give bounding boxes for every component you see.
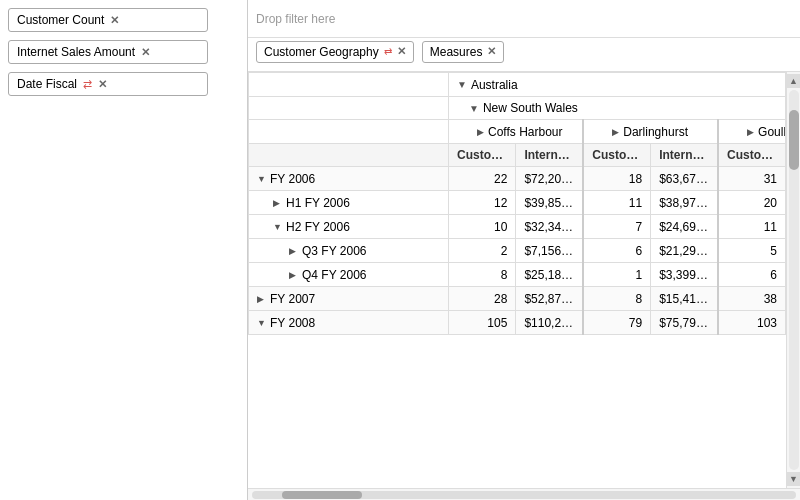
table-row: ▶ FY 2007 28 $52,871.87 8 $15,413.93 38: [249, 287, 786, 311]
scroll-thumb[interactable]: [789, 110, 799, 170]
horizontal-scrollbar[interactable]: [248, 488, 800, 500]
expand-arrow-q3[interactable]: ▶: [289, 246, 299, 256]
h-scroll-track[interactable]: [252, 491, 796, 499]
expand-arrow-fy2006[interactable]: ▼: [257, 174, 267, 184]
row-label-cell[interactable]: ▶ FY 2007: [249, 287, 449, 311]
data-cell: $25,187.15: [516, 263, 583, 287]
table-row: ▼ FY 2006 22 $72,200.48 18 $63,670.74 31: [249, 167, 786, 191]
data-cell: 8: [583, 287, 650, 311]
row-label-text: Q4 FY 2006: [302, 268, 367, 282]
filter-settings-icon[interactable]: ⇄: [83, 78, 92, 91]
sidebar: Customer Count ✕ Internet Sales Amount ✕…: [0, 0, 248, 500]
row-label-spacer: [249, 120, 449, 144]
expand-arrow-australia[interactable]: ▼: [457, 79, 467, 90]
table-row: ▶ H1 FY 2006 12 $39,856.79 11 $38,979.41…: [249, 191, 786, 215]
data-cell: 11: [583, 191, 650, 215]
data-cell: $39,856.79: [516, 191, 583, 215]
remove-filter-icon[interactable]: ✕: [487, 45, 496, 58]
expand-arrow-fy2007[interactable]: ▶: [257, 294, 267, 304]
data-cell: $15,413.93: [651, 287, 718, 311]
australia-header[interactable]: ▼ Australia: [449, 73, 786, 97]
row-label-header: [249, 73, 449, 97]
data-cell: 5: [718, 239, 785, 263]
table-row: ▼ FY 2008 105 $110,228... 79 $75,791.65 …: [249, 311, 786, 335]
filter-label: Internet Sales Amount: [17, 45, 135, 59]
row-label-col-header: [249, 144, 449, 167]
filter-date-fiscal[interactable]: Date Fiscal ⇄ ✕: [8, 72, 208, 96]
data-cell: $72,200.48: [516, 167, 583, 191]
data-cell: $63,670.74: [651, 167, 718, 191]
row-label-text: H2 FY 2006: [286, 220, 350, 234]
customer-geography-filter[interactable]: Customer Geography ⇄ ✕: [256, 41, 414, 63]
data-cell: 79: [583, 311, 650, 335]
row-label-text: H1 FY 2006: [286, 196, 350, 210]
scroll-track[interactable]: [789, 90, 799, 470]
row-label-cell[interactable]: ▼ FY 2006: [249, 167, 449, 191]
coffs-sales-header: Internet Sal...: [516, 144, 583, 167]
data-cell: $32,343.69: [516, 215, 583, 239]
expand-arrow-darlinghurst[interactable]: ▶: [612, 127, 619, 137]
data-cell: 10: [449, 215, 516, 239]
row-label-header-2: [249, 96, 449, 120]
australia-label: Australia: [471, 78, 518, 92]
data-cell: 8: [449, 263, 516, 287]
table-row: ▼ H2 FY 2006 10 $32,343.69 7 $24,691.33 …: [249, 215, 786, 239]
remove-filter-icon[interactable]: ✕: [141, 46, 150, 59]
measures-filter[interactable]: Measures ✕: [422, 41, 505, 63]
data-cell: $110,228...: [516, 311, 583, 335]
goulburn-label: Goulburn: [758, 125, 785, 139]
expand-arrow-h1[interactable]: ▶: [273, 198, 283, 208]
data-cell: $3,399.99: [651, 263, 718, 287]
data-cell: $75,791.65: [651, 311, 718, 335]
scroll-up-button[interactable]: ▲: [787, 74, 801, 88]
expand-arrow-h2[interactable]: ▼: [273, 222, 283, 232]
h-scroll-thumb[interactable]: [282, 491, 362, 499]
row-label-text: FY 2007: [270, 292, 315, 306]
scroll-down-button[interactable]: ▼: [787, 472, 801, 486]
row-label-cell[interactable]: ▶ H1 FY 2006: [249, 191, 449, 215]
coffs-customer-header: Customer C...: [449, 144, 516, 167]
pivot-table-wrapper[interactable]: ▼ Australia ▼ New South Wales: [248, 72, 786, 488]
expand-arrow-q4[interactable]: ▶: [289, 270, 299, 280]
remove-filter-icon[interactable]: ✕: [110, 14, 119, 27]
filter-settings-icon[interactable]: ⇄: [384, 46, 392, 57]
data-cell: 1: [583, 263, 650, 287]
coffs-harbour-label: Coffs Harbour: [488, 125, 562, 139]
data-cell: 6: [718, 263, 785, 287]
coffs-harbour-header[interactable]: ▶ Coffs Harbour: [449, 120, 584, 144]
data-cell: $21,291.34: [651, 239, 718, 263]
drop-filter-hint: Drop filter here: [256, 12, 335, 26]
data-cell: 38: [718, 287, 785, 311]
row-label-text: FY 2006: [270, 172, 315, 186]
expand-arrow-fy2008[interactable]: ▼: [257, 318, 267, 328]
data-cell: $52,871.87: [516, 287, 583, 311]
darlinghurst-label: Darlinghurst: [623, 125, 688, 139]
remove-filter-icon[interactable]: ✕: [98, 78, 107, 91]
data-cell: 28: [449, 287, 516, 311]
filter-bar: Drop filter here: [248, 0, 800, 38]
data-cell: 18: [583, 167, 650, 191]
table-row: ▶ Q4 FY 2006 8 $25,187.15 1 $3,399.99 6: [249, 263, 786, 287]
darlinghurst-header[interactable]: ▶ Darlinghurst: [583, 120, 718, 144]
row-label-cell[interactable]: ▼ FY 2008: [249, 311, 449, 335]
filter-internet-sales[interactable]: Internet Sales Amount ✕: [8, 40, 208, 64]
vertical-scrollbar[interactable]: ▲ ▼: [786, 72, 800, 488]
remove-filter-icon[interactable]: ✕: [397, 45, 406, 58]
filter-label: Measures: [430, 45, 483, 59]
row-label-cell[interactable]: ▼ H2 FY 2006: [249, 215, 449, 239]
filter-customer-count[interactable]: Customer Count ✕: [8, 8, 208, 32]
data-cell: 2: [449, 239, 516, 263]
data-cell: 6: [583, 239, 650, 263]
darling-customer-header: Customer C...: [583, 144, 650, 167]
data-cell: $7,156.54: [516, 239, 583, 263]
expand-arrow-coffs[interactable]: ▶: [477, 127, 484, 137]
data-cell: $24,691.33: [651, 215, 718, 239]
data-cell: 20: [718, 191, 785, 215]
filter-label: Customer Count: [17, 13, 104, 27]
nsw-header[interactable]: ▼ New South Wales: [449, 96, 786, 120]
expand-arrow-goulburn[interactable]: ▶: [747, 127, 754, 137]
row-label-cell[interactable]: ▶ Q4 FY 2006: [249, 263, 449, 287]
row-label-cell[interactable]: ▶ Q3 FY 2006: [249, 239, 449, 263]
expand-arrow-nsw[interactable]: ▼: [469, 103, 479, 114]
goulburn-header[interactable]: ▶ Goulburn: [718, 120, 785, 144]
